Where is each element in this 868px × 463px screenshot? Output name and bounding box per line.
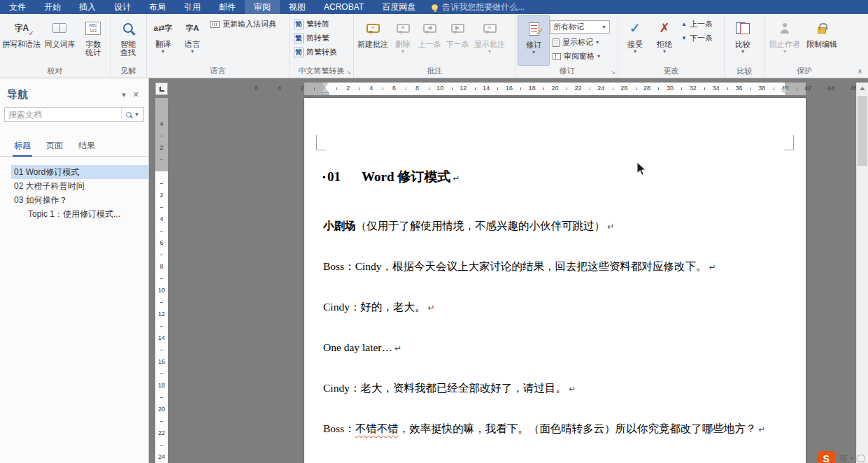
track-changes-button[interactable]: 修订 ▾ (518, 15, 550, 66)
new-comment-icon: + (367, 17, 380, 38)
word-count-button[interactable]: ABC123 字数统计 (78, 15, 108, 66)
nav-tab-结果[interactable]: 结果 (77, 137, 97, 156)
ruler-tick (160, 326, 163, 327)
ruler-tick (543, 87, 544, 90)
markup-mode-select[interactable]: 所有标记 ▼ (550, 20, 610, 34)
nav-item[interactable]: Topic 1：使用修订模式... (11, 207, 148, 221)
group-label-language: 语言 (147, 66, 289, 76)
block-authors-button: 阻止作者 ▾ (767, 15, 803, 66)
tab-ACROBAT[interactable]: ACROBAT (315, 0, 373, 14)
paragraph[interactable]: 小剧场（仅用于了解使用情境，不感兴趣的小伙伴可跳过）↵ (323, 218, 786, 234)
heading-text: Word 修订模式 (362, 168, 450, 186)
ruler-tick (567, 87, 567, 90)
hanging-indent-marker[interactable] (322, 87, 329, 92)
document-canvas[interactable]: 6422468101214161820222426283032343638404… (150, 78, 868, 463)
vertical-ruler[interactable]: 4224681012141618202224 (155, 98, 168, 463)
tab-百度网盘[interactable]: 百度网盘 (373, 0, 425, 14)
convert-button[interactable]: 简 简繁转换 (291, 45, 340, 59)
ruler-number: 24 (597, 85, 604, 92)
tell-me[interactable]: 告诉我您想要做什么... (432, 0, 525, 14)
group-label-proofing: 校对 (0, 66, 110, 76)
thesaurus-button[interactable]: 同义词库 (42, 15, 78, 66)
document-page[interactable]: 01 Word 修订模式 ↵ 小剧场（仅用于了解使用情境，不感兴趣的小伙伴可跳过… (304, 98, 806, 463)
nav-item[interactable]: 01 Word修订模式 (11, 165, 148, 179)
tab-引用[interactable]: 引用 (175, 0, 210, 14)
nav-tab-页面[interactable]: 页面 (45, 137, 64, 156)
compare-button[interactable]: 比较 ▾ (726, 15, 760, 66)
tab-插入[interactable]: 插入 (70, 0, 105, 14)
thesaurus-icon (52, 17, 66, 38)
convert-icon: 简 (294, 48, 304, 57)
dialog-launcher-icon[interactable]: ↘ (611, 70, 616, 76)
spelling-grammar-button[interactable]: 字A✓ 拼写和语法 (1, 15, 42, 66)
nav-tab-标题[interactable]: 标题 (13, 137, 32, 157)
reviewing-pane-button[interactable]: 审阅窗格 ▾ (550, 50, 616, 63)
pane-options-icon[interactable]: ▾ (118, 90, 129, 99)
collapse-ribbon-button[interactable]: ∧ (858, 67, 862, 75)
word-window: 文件开始插入设计布局引用邮件审阅视图ACROBAT百度网盘 告诉我您想要做什么.… (0, 0, 868, 463)
scroll-up-button[interactable] (857, 83, 868, 94)
ruler-number: 18 (155, 382, 168, 389)
paragraph[interactable]: Cindy：好的，老大。↵ (323, 299, 786, 315)
ruler-number: 14 (483, 85, 490, 92)
restrict-editing-button[interactable]: 限制编辑 (803, 15, 841, 66)
nav-item[interactable]: ◢03 如何操作？ (11, 193, 148, 207)
ruler-tick (774, 87, 774, 90)
ruler-number: 2 (155, 144, 168, 151)
vertical-scrollbar[interactable] (856, 83, 868, 463)
group-label-comments: 批注 (354, 66, 515, 76)
new-comment-button[interactable]: + 新建批注 (355, 15, 390, 66)
right-indent-marker[interactable] (781, 87, 788, 92)
close-icon[interactable]: ✕ (129, 90, 143, 99)
tab-文件[interactable]: 文件 (0, 0, 35, 14)
ruler-tick (750, 87, 751, 90)
ribbon: 字A✓ 拼写和语法 同义词库 ABC123 字数统计 校对 智能查找 (0, 14, 868, 78)
pilcrow-icon: ↵ (453, 173, 460, 183)
reject-button[interactable]: ✗ 拒绝 ▾ (650, 15, 678, 66)
horizontal-ruler[interactable]: 6422468101214161820222426283032343638404… (150, 83, 856, 95)
paragraph[interactable]: Cindy：老大，资料我都已经全部改好了，请过目。↵ (323, 380, 786, 397)
update-ime-dictionary-button[interactable]: 更新输入法词典 (207, 17, 279, 31)
previous-comment-icon: ◀ (423, 17, 436, 38)
left-indent-marker[interactable] (322, 92, 329, 95)
dialog-launcher-icon[interactable]: ↘ (346, 70, 351, 76)
translate-button[interactable]: a⇄字 翻译 ▾ (148, 15, 178, 66)
show-markup-button[interactable]: 显示标记 ▾ (550, 36, 616, 49)
paragraph[interactable]: One day later…↵ (323, 340, 786, 356)
ruler-tick (406, 87, 406, 90)
nav-item[interactable]: 02 大橙子科普时间 (11, 179, 148, 193)
language-button[interactable]: 字A 语言 ▾ (178, 15, 207, 66)
search-input[interactable] (5, 110, 121, 120)
ruler-tick (819, 87, 820, 90)
crop-mark-top-right (784, 135, 794, 150)
ruler-tick (160, 350, 163, 350)
tab-视图[interactable]: 视图 (280, 0, 315, 14)
scrollbar-thumb[interactable] (858, 96, 867, 166)
tab-审阅[interactable]: 审阅 (245, 0, 280, 14)
paragraph[interactable]: Boss：不错不错，效率挺快的嘛，我看下。（面色晴转多云）所以你究竟都改了哪些地… (323, 421, 786, 437)
tab-邮件[interactable]: 邮件 (210, 0, 245, 14)
titlebar-tabs: 文件开始插入设计布局引用邮件审阅视图ACROBAT百度网盘 (0, 0, 425, 14)
accept-button[interactable]: ✓ 接受 ▾ (620, 15, 650, 66)
ruler-tick (360, 87, 360, 90)
simplified-to-traditional-button[interactable]: 繁 简转繁 (291, 31, 340, 45)
traditional-to-simplified-button[interactable]: 简 繁转简 (291, 17, 340, 31)
tab-开始[interactable]: 开始 (35, 0, 70, 14)
ruler-tick (658, 87, 659, 90)
tab-设计[interactable]: 设计 (105, 0, 140, 14)
previous-change-button[interactable]: ▲ 上一条 (678, 17, 716, 31)
search-options[interactable]: ▼ (121, 108, 143, 121)
simplified-icon: 简 (294, 20, 304, 29)
ruler-tick (160, 373, 163, 374)
tell-me-label: 告诉我您想要做什么... (442, 1, 525, 13)
tab-布局[interactable]: 布局 (140, 0, 175, 14)
first-line-indent-marker[interactable] (322, 83, 329, 87)
watermark: S 英 • 〇 (817, 451, 865, 463)
paragraph[interactable]: Boss：Cindy，根据今天会议上大家讨论的结果，回去把这些资料都对应修改下。… (323, 259, 786, 275)
nav-tabs: 标题页面结果 (0, 137, 148, 157)
ruler-number: 2 (155, 192, 168, 199)
next-change-button[interactable]: ▼ 下一条 (678, 31, 716, 45)
smart-lookup-button[interactable]: 智能查找 (112, 15, 144, 66)
document-heading[interactable]: 01 Word 修订模式 ↵ (323, 168, 460, 186)
group-label-protect: 保护 (765, 66, 844, 76)
